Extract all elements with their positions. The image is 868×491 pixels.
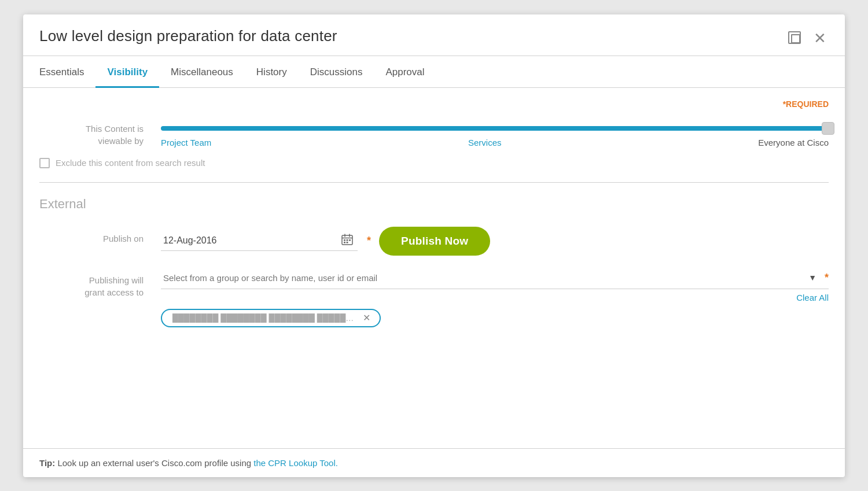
calendar-icon <box>341 234 353 245</box>
dialog-header: Low level design preparation for data ce… <box>23 14 845 49</box>
tag-text: ████████ ████████ ████████ ████████ <box>172 313 357 323</box>
section-divider <box>39 182 829 183</box>
tip-bar: Tip: Look up an external user's Cisco.co… <box>23 448 845 477</box>
tag-pill: ████████ ████████ ████████ ████████ ✕ <box>161 309 381 327</box>
slider-label-everyone[interactable]: Everyone at Cisco <box>758 138 829 147</box>
grant-access-row: Publishing will grant access to ▼ * Clea… <box>39 268 829 327</box>
tab-essentials[interactable]: Essentials <box>39 56 95 88</box>
publish-on-row: Publish on <box>39 227 829 256</box>
tip-link[interactable]: the CPR Lookup Tool. <box>253 458 338 468</box>
visibility-slider-section: This Content is viewable by Project Team… <box>39 123 829 147</box>
dialog-title: Low level design preparation for data ce… <box>39 27 337 45</box>
dialog-content: *REQUIRED This Content is viewable by Pr… <box>23 88 845 448</box>
dialog-controls: ✕ <box>786 29 829 49</box>
grant-access-required: * <box>825 272 829 284</box>
svg-rect-8 <box>347 242 348 243</box>
slider-track-wrap[interactable] <box>161 123 829 134</box>
dialog: Low level design preparation for data ce… <box>23 14 845 477</box>
publish-on-controls: * Publish Now <box>161 227 829 256</box>
tab-visibility[interactable]: Visibility <box>95 56 159 88</box>
tab-miscellaneous[interactable]: Miscellaneous <box>159 56 245 88</box>
publish-on-label: Publish on <box>39 227 161 245</box>
slider-label-services[interactable]: Services <box>468 138 502 147</box>
tab-history[interactable]: History <box>245 56 299 88</box>
calendar-button[interactable] <box>339 231 355 250</box>
tag-close-button[interactable]: ✕ <box>362 313 372 323</box>
expand-icon <box>788 31 801 44</box>
tab-discussions[interactable]: Discussions <box>299 56 374 88</box>
slider-container: Project Team Services Everyone at Cisco <box>161 123 829 147</box>
required-label: *REQUIRED <box>39 99 829 109</box>
slider-label-project-team[interactable]: Project Team <box>161 138 211 147</box>
slider-thumb[interactable] <box>822 122 834 135</box>
grant-access-label: Publishing will grant access to <box>39 268 161 298</box>
publish-on-required: * <box>367 235 371 247</box>
clear-all-button[interactable]: Clear All <box>796 293 829 302</box>
tags-row: ████████ ████████ ████████ ████████ ✕ <box>161 309 829 327</box>
grant-access-controls: ▼ * Clear All ████████ ████████ ████████… <box>161 268 829 327</box>
exclude-search-row: Exclude this content from search result <box>39 158 829 168</box>
tab-approval[interactable]: Approval <box>374 56 436 88</box>
search-select-wrap: ▼ * Clear All <box>161 268 829 303</box>
search-select-input[interactable] <box>161 268 805 287</box>
publish-now-button[interactable]: Publish Now <box>379 227 490 256</box>
expand-button[interactable] <box>786 30 803 48</box>
exclude-search-checkbox[interactable] <box>39 158 50 168</box>
date-input-wrap <box>161 231 358 251</box>
slider-labels: Project Team Services Everyone at Cisco <box>161 138 829 147</box>
date-input[interactable] <box>161 231 358 251</box>
search-select-row: ▼ * <box>161 268 829 289</box>
dropdown-arrow-icon[interactable]: ▼ <box>805 273 820 282</box>
exclude-search-label: Exclude this content from search result <box>56 158 205 168</box>
svg-rect-6 <box>349 239 351 241</box>
clear-all-row: Clear All <box>161 289 829 303</box>
close-button[interactable]: ✕ <box>811 28 829 49</box>
slider-track <box>161 126 829 131</box>
svg-rect-5 <box>347 239 348 241</box>
svg-rect-4 <box>344 239 345 241</box>
tab-bar: Essentials Visibility Miscellaneous Hist… <box>23 56 845 88</box>
external-section: External Publish on <box>39 197 829 327</box>
tip-text: Look up an external user's Cisco.com pro… <box>57 458 253 468</box>
svg-rect-7 <box>344 242 345 243</box>
tip-prefix: Tip: <box>39 458 55 468</box>
slider-label: This Content is viewable by <box>39 123 161 147</box>
external-title: External <box>39 197 829 212</box>
